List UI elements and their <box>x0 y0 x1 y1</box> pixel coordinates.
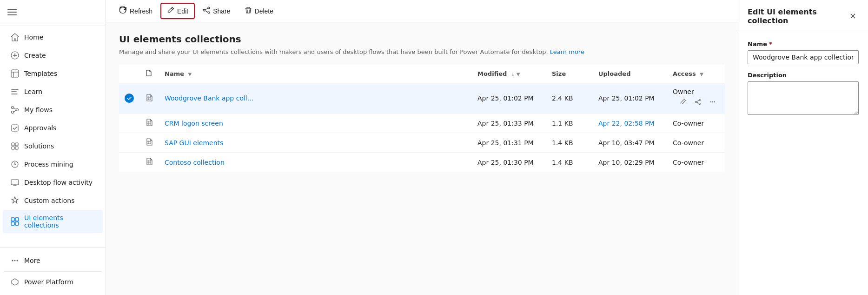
table-row[interactable]: CRM logon screen Apr 25, 01:33 PM 1.1 KB… <box>119 114 725 133</box>
row1-share-btn[interactable] <box>691 95 704 108</box>
learn-more-link[interactable]: Learn more <box>550 48 584 55</box>
sidebar-item-learn-label: Learn <box>24 88 42 95</box>
sidebar-item-desktop-flow-activity-label: Desktop flow activity <box>24 179 93 186</box>
row2-name[interactable]: CRM logon screen <box>159 114 472 133</box>
sidebar-item-templates-label: Templates <box>24 70 57 77</box>
row2-uploaded: Apr 22, 02:58 PM <box>593 114 667 133</box>
hamburger-button[interactable] <box>0 4 106 22</box>
row4-modified: Apr 25, 01:30 PM <box>472 153 546 172</box>
svg-rect-43 <box>148 161 149 161</box>
learn-icon <box>10 87 20 96</box>
svg-rect-38 <box>150 123 151 124</box>
svg-point-31 <box>699 103 701 105</box>
sidebar: Home Create Templates Learn My flows <box>0 0 106 295</box>
row1-name-link[interactable]: Woodgrove Bank app coll... <box>165 94 253 102</box>
share-button[interactable]: Share <box>197 3 236 19</box>
main-area: Refresh Edit Share Delete UI elements co… <box>106 0 738 295</box>
modified-sort-icon[interactable]: ↓ ▼ <box>511 72 520 77</box>
delete-button[interactable]: Delete <box>239 3 279 19</box>
sidebar-item-more[interactable]: More <box>3 252 103 269</box>
delete-icon <box>245 7 252 15</box>
row1-name[interactable]: Woodgrove Bank app coll... <box>159 83 472 114</box>
more-icon <box>10 256 20 265</box>
row3-check <box>119 133 139 153</box>
row2-name-link[interactable]: CRM logon screen <box>165 120 223 127</box>
refresh-button[interactable]: Refresh <box>113 3 159 19</box>
edit-icon <box>167 7 174 15</box>
col-name: Name ▼ <box>159 65 472 83</box>
sidebar-item-approvals[interactable]: Approvals <box>3 119 103 137</box>
svg-point-21 <box>17 260 18 261</box>
name-sort-icon[interactable]: ▼ <box>188 72 192 77</box>
svg-point-6 <box>16 109 19 111</box>
edit-button[interactable]: Edit <box>160 3 195 19</box>
table-header-row: Name ▼ Modified ↓ ▼ Size Uploaded Access… <box>119 65 725 83</box>
svg-point-33 <box>712 101 713 102</box>
sidebar-item-learn[interactable]: Learn <box>3 83 103 101</box>
sidebar-nav: Home Create Templates Learn My flows <box>0 26 106 247</box>
description-textarea[interactable] <box>748 81 859 115</box>
sidebar-item-ui-elements-collections-label: UI elements collections <box>24 214 95 229</box>
table-row[interactable]: Woodgrove Bank app coll... Apr 25, 01:02… <box>119 83 725 114</box>
svg-point-32 <box>710 101 711 102</box>
delete-label: Delete <box>255 7 273 15</box>
panel-title: Edit UI elements collection <box>748 7 847 25</box>
sidebar-top <box>0 0 106 26</box>
sidebar-item-power-platform[interactable]: Power Platform <box>3 271 103 291</box>
sidebar-item-home-label: Home <box>24 34 43 41</box>
row4-name-link[interactable]: Contoso collection <box>165 159 225 166</box>
sidebar-item-approvals-label: Approvals <box>24 124 56 132</box>
row4-name[interactable]: Contoso collection <box>159 153 472 172</box>
table-row[interactable]: SAP GUI elements Apr 25, 01:31 PM 1.4 KB… <box>119 133 725 153</box>
solutions-icon <box>10 141 20 151</box>
sidebar-item-home[interactable]: Home <box>3 28 103 46</box>
sidebar-item-power-platform-label: Power Platform <box>24 278 73 286</box>
svg-rect-4 <box>11 70 19 77</box>
svg-rect-25 <box>148 97 149 98</box>
right-panel: Edit UI elements collection ✕ Name * Des… <box>738 0 868 295</box>
sidebar-item-more-label: More <box>24 257 40 264</box>
svg-point-22 <box>208 7 210 9</box>
sidebar-item-custom-actions[interactable]: Custom actions <box>3 192 103 209</box>
power-platform-icon <box>10 277 20 287</box>
create-icon <box>10 51 20 60</box>
name-field-group: Name * <box>748 40 859 64</box>
collections-table: Name ▼ Modified ↓ ▼ Size Uploaded Access… <box>119 65 725 172</box>
sidebar-item-myflows[interactable]: My flows <box>3 101 103 119</box>
table-row[interactable]: Contoso collection Apr 25, 01:30 PM 1.4 … <box>119 153 725 172</box>
sidebar-item-solutions[interactable]: Solutions <box>3 137 103 155</box>
svg-rect-36 <box>150 121 151 122</box>
myflows-icon <box>10 105 20 114</box>
toolbar: Refresh Edit Share Delete <box>106 0 738 22</box>
row3-name-link[interactable]: SAP GUI elements <box>165 139 223 147</box>
sidebar-item-create[interactable]: Create <box>3 47 103 64</box>
col-access: Access ▼ <box>667 65 725 83</box>
panel-close-button[interactable]: ✕ <box>847 10 859 23</box>
sidebar-item-process-mining-label: Process mining <box>24 161 73 168</box>
svg-rect-26 <box>150 97 151 98</box>
row1-edit-btn[interactable] <box>676 95 689 108</box>
svg-rect-46 <box>150 162 151 163</box>
ui-elements-icon <box>10 217 20 226</box>
sidebar-item-process-mining[interactable]: Process mining <box>3 155 103 173</box>
description-field-label: Description <box>748 72 859 79</box>
row1-access: Owner <box>667 83 725 114</box>
row3-name[interactable]: SAP GUI elements <box>159 133 472 153</box>
name-input[interactable] <box>748 50 859 64</box>
home-icon <box>10 33 20 42</box>
row4-access: Co-owner <box>667 153 725 172</box>
svg-rect-44 <box>150 161 151 161</box>
sidebar-item-templates[interactable]: Templates <box>3 65 103 82</box>
sidebar-item-ui-elements-collections[interactable]: UI elements collections <box>3 210 103 233</box>
row1-more-btn[interactable] <box>706 95 719 108</box>
svg-rect-39 <box>148 141 149 142</box>
row1-check <box>119 83 139 114</box>
access-sort-icon[interactable]: ▼ <box>700 72 703 77</box>
svg-rect-1 <box>7 12 17 13</box>
svg-rect-28 <box>150 99 151 100</box>
desktop-flow-activity-icon <box>10 178 20 187</box>
svg-point-30 <box>696 101 697 103</box>
sidebar-item-desktop-flow-activity[interactable]: Desktop flow activity <box>3 174 103 191</box>
svg-rect-40 <box>150 141 151 142</box>
svg-rect-17 <box>11 222 14 225</box>
